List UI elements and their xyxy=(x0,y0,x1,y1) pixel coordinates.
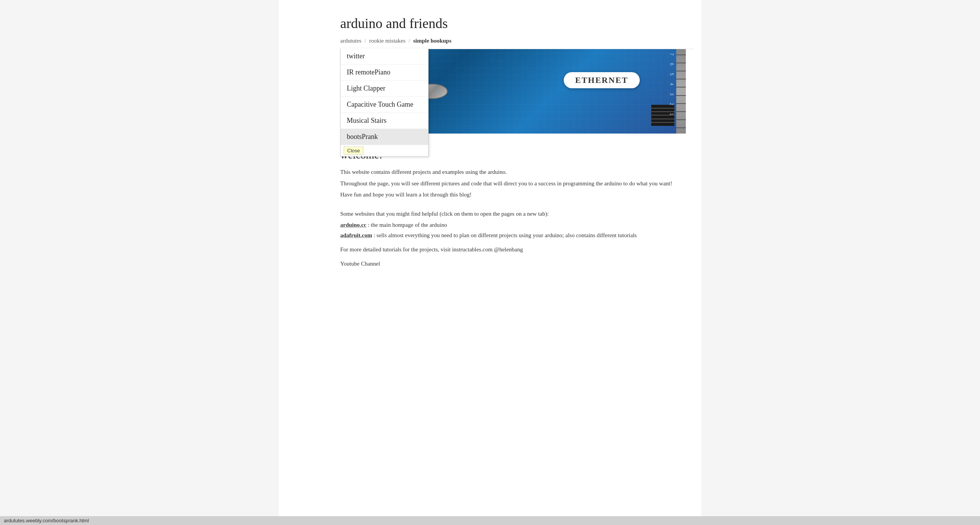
gpio-pins xyxy=(676,49,686,134)
dropdown-item-twitter[interactable]: twitter xyxy=(341,48,428,64)
dropdown-item-capacitive-touch[interactable]: Capacitive Touch Game xyxy=(341,97,428,113)
nav-link-simple-hookups: simple hookups xyxy=(413,38,452,44)
arduino-cc-link[interactable]: arduino.cc xyxy=(340,222,366,228)
close-button[interactable]: Close xyxy=(344,147,363,155)
helpful-intro: Some websites that you might find helpfu… xyxy=(340,211,694,217)
nav-bar: ardututes twitter IR remotePiano Light C… xyxy=(340,38,694,49)
welcome-paragraph-1: This website contains different projects… xyxy=(340,167,694,177)
status-bar: ardututes.weebly.com/bootsprank.html xyxy=(0,516,980,525)
site-title: arduino and friends xyxy=(340,15,694,31)
instructables-text: For more detailed tutorials for the proj… xyxy=(340,246,694,253)
dropdown-item-musical-stairs[interactable]: Musical Stairs xyxy=(341,113,428,129)
arduino-cc-description: : the main hompage of the arduino xyxy=(368,222,447,228)
welcome-section: welcome! This website contains different… xyxy=(340,149,694,267)
arduino-badge: ETHERNET xyxy=(564,72,640,88)
adafruit-link[interactable]: adafruit.com xyxy=(340,232,372,238)
status-url: ardututes.weebly.com/bootsprank.html xyxy=(4,518,89,523)
helpful-section: Some websites that you might find helpfu… xyxy=(340,211,694,239)
welcome-paragraph-3: Have fun and hope you will learn a lot t… xyxy=(340,190,694,200)
dropdown-item-bootsprank[interactable]: bootsPrank xyxy=(341,129,428,145)
dropdown-item-light-clapper[interactable]: Light Clapper xyxy=(341,81,428,97)
resource-adafruit: adafruit.com : sells almost everything y… xyxy=(340,232,694,239)
resource-arduino-cc: arduino.cc : the main hompage of the ard… xyxy=(340,222,694,228)
dropdown-menu: twitter IR remotePiano Light Clapper Cap… xyxy=(340,48,429,157)
dropdown-item-ir-remote-piano[interactable]: IR remotePiano xyxy=(341,64,428,81)
welcome-paragraph-2: Throughout the page, you will see differ… xyxy=(340,179,694,189)
pin-numbers: 7 6 5 4 3 2 1 xyxy=(669,53,674,119)
nav-link-ardututes[interactable]: ardututes xyxy=(340,38,361,44)
adafruit-description: : sells almost everything you need to pl… xyxy=(374,232,637,238)
nav-link-rookie-mistakes[interactable]: rookie mistakes xyxy=(369,38,406,44)
nav-separator-2: / xyxy=(409,38,410,44)
nav-dropdown-wrapper: ardututes twitter IR remotePiano Light C… xyxy=(340,38,361,44)
youtube-channel-label[interactable]: Youtube Channel xyxy=(340,261,694,267)
nav-separator-1: / xyxy=(364,38,366,44)
page-wrapper: arduino and friends ardututes twitter IR… xyxy=(279,0,701,525)
